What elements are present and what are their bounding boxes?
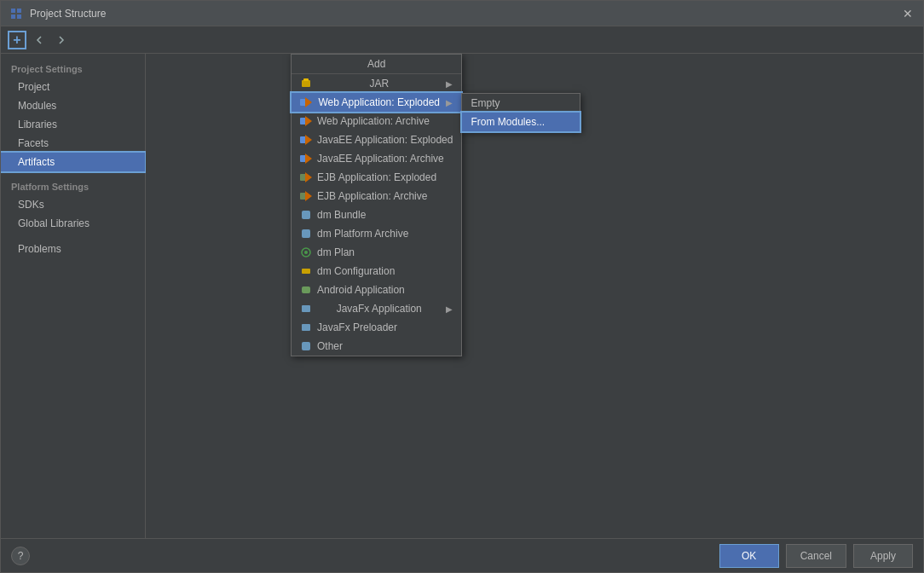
ejb-archive-icon xyxy=(300,190,312,202)
sidebar-item-libraries[interactable]: Libraries xyxy=(1,115,145,134)
javaee-archive-icon xyxy=(300,153,312,165)
svg-rect-5 xyxy=(303,78,309,81)
menu-item-dm-plan[interactable]: dm Plan xyxy=(292,243,461,262)
web-exploded-icon xyxy=(300,96,312,108)
dm-platform-icon xyxy=(300,228,312,240)
svg-rect-22 xyxy=(302,269,310,274)
svg-rect-25 xyxy=(302,324,310,331)
sidebar-item-global-libraries[interactable]: Global Libraries xyxy=(1,214,145,233)
menu-item-other[interactable]: Other xyxy=(292,337,461,356)
web-app-exploded-submenu: Empty From Modules... xyxy=(461,93,580,132)
svg-marker-15 xyxy=(305,172,312,182)
menu-item-android[interactable]: Android Application xyxy=(292,281,461,299)
javafx-icon xyxy=(300,303,312,315)
svg-rect-1 xyxy=(17,9,21,13)
main-content: Project Settings Project Modules Librari… xyxy=(1,54,923,538)
menu-item-dm-config[interactable]: dm Configuration xyxy=(292,262,461,281)
menu-item-javafx-preloader[interactable]: JavaFx Preloader xyxy=(292,318,461,337)
sidebar-item-artifacts[interactable]: Artifacts xyxy=(1,153,145,171)
javafx-preloader-icon xyxy=(300,321,312,333)
svg-rect-2 xyxy=(11,14,15,19)
svg-rect-4 xyxy=(302,80,310,87)
sidebar-item-project[interactable]: Project xyxy=(1,78,145,96)
menu-item-ejb-archive-label: EJB Application: Archive xyxy=(317,190,427,202)
menu-item-javafx-label: JavaFx Application xyxy=(337,303,422,315)
menu-item-jar[interactable]: JAR ▶ xyxy=(292,74,461,93)
svg-rect-0 xyxy=(11,9,15,13)
toolbar: + xyxy=(1,26,923,54)
svg-rect-24 xyxy=(302,305,310,312)
submenu-item-empty[interactable]: Empty xyxy=(462,94,580,113)
menu-item-ejb-archive[interactable]: EJB Application: Archive xyxy=(292,187,461,205)
sidebar: Project Settings Project Modules Librari… xyxy=(1,54,146,538)
svg-marker-13 xyxy=(305,153,312,164)
javaee-exploded-icon xyxy=(300,134,312,146)
menu-item-dm-platform-label: dm Platform Archive xyxy=(317,228,408,240)
cancel-button[interactable]: Cancel xyxy=(786,544,846,568)
app-icon xyxy=(9,7,23,20)
close-button[interactable]: ✕ xyxy=(901,7,915,20)
menu-item-web-app-exploded[interactable]: Web Application: Exploded ▶ Empty From M… xyxy=(292,93,461,112)
svg-marker-9 xyxy=(305,116,312,126)
menu-item-javafx-preloader-label: JavaFx Preloader xyxy=(317,321,397,333)
menu-item-dm-bundle-label: dm Bundle xyxy=(317,209,366,221)
add-menu-header: Add xyxy=(292,55,461,74)
jar-submenu-chevron: ▶ xyxy=(446,79,453,89)
svg-rect-26 xyxy=(302,342,310,350)
menu-item-dm-bundle[interactable]: dm Bundle xyxy=(292,205,461,224)
sidebar-item-modules[interactable]: Modules xyxy=(1,96,145,115)
project-settings-label: Project Settings xyxy=(1,61,145,78)
ok-button[interactable]: OK xyxy=(719,544,779,568)
add-button[interactable]: + xyxy=(8,31,26,49)
web-exploded-submenu-chevron: ▶ xyxy=(446,98,453,107)
svg-marker-17 xyxy=(305,191,312,201)
platform-settings-label: Platform Settings xyxy=(1,178,145,195)
apply-button[interactable]: Apply xyxy=(853,544,913,568)
menu-item-web-exploded-label: Web Application: Exploded xyxy=(318,96,440,108)
menu-item-javaee-exploded-label: JavaEE Application: Exploded xyxy=(317,134,453,146)
sidebar-item-sdks[interactable]: SDKs xyxy=(1,195,145,214)
submenu-item-from-modules[interactable]: From Modules... xyxy=(462,113,580,131)
menu-item-dm-config-label: dm Configuration xyxy=(317,265,395,277)
svg-rect-3 xyxy=(17,14,21,19)
menu-item-jar-label: JAR xyxy=(369,78,389,90)
jar-icon xyxy=(300,78,312,90)
svg-rect-23 xyxy=(302,286,310,293)
dm-bundle-icon xyxy=(300,209,312,221)
menu-item-ejb-exploded-label: EJB Application: Exploded xyxy=(317,171,436,183)
svg-marker-11 xyxy=(305,135,312,145)
menu-item-javaee-archive-label: JavaEE Application: Archive xyxy=(317,153,444,165)
project-structure-window: Project Structure ✕ + Project Settings P… xyxy=(0,0,924,573)
menu-item-dm-plan-label: dm Plan xyxy=(317,246,355,258)
other-icon xyxy=(300,340,312,352)
sidebar-item-facets[interactable]: Facets xyxy=(1,134,145,153)
menu-item-javafx[interactable]: JavaFx Application ▶ xyxy=(292,299,461,318)
svg-rect-18 xyxy=(302,211,310,219)
svg-rect-19 xyxy=(302,229,310,238)
menu-item-web-archive-label: Web Application: Archive xyxy=(317,115,430,127)
title-bar: Project Structure ✕ xyxy=(1,1,923,26)
svg-point-21 xyxy=(304,251,308,254)
menu-item-javaee-archive[interactable]: JavaEE Application: Archive xyxy=(292,149,461,168)
menu-item-dm-platform[interactable]: dm Platform Archive xyxy=(292,224,461,243)
menu-item-android-label: Android Application xyxy=(317,284,405,296)
menu-item-web-app-archive[interactable]: Web Application: Archive xyxy=(292,112,461,130)
bottom-bar: ? OK Cancel Apply xyxy=(1,538,923,572)
nav-forward-button[interactable] xyxy=(52,31,71,49)
main-area: Add JAR ▶ Web Application: Exploded ▶ xyxy=(146,54,923,538)
dm-config-icon xyxy=(300,265,312,277)
menu-item-ejb-exploded[interactable]: EJB Application: Exploded xyxy=(292,168,461,187)
ejb-exploded-icon xyxy=(300,171,312,183)
menu-item-javaee-exploded[interactable]: JavaEE Application: Exploded xyxy=(292,130,461,149)
window-title: Project Structure xyxy=(30,8,901,20)
android-icon xyxy=(300,284,312,296)
javafx-submenu-chevron: ▶ xyxy=(446,304,453,314)
dm-plan-icon xyxy=(300,246,312,258)
help-button[interactable]: ? xyxy=(11,547,30,565)
bottom-right: OK Cancel Apply xyxy=(719,544,913,568)
bottom-left: ? xyxy=(11,547,30,565)
sidebar-item-problems[interactable]: Problems xyxy=(1,240,145,258)
nav-back-button[interactable] xyxy=(30,31,49,49)
svg-marker-7 xyxy=(305,97,312,107)
web-archive-icon xyxy=(300,115,312,127)
